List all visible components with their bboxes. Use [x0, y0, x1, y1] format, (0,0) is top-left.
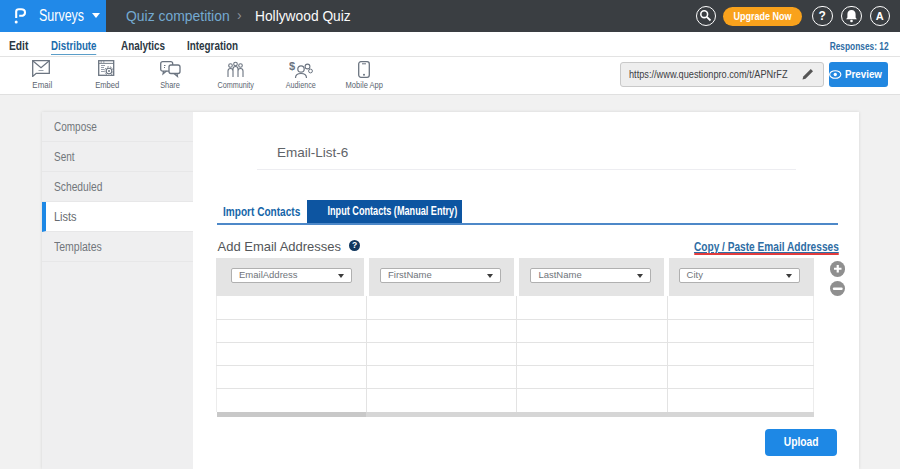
- svg-text:$: $: [289, 60, 295, 72]
